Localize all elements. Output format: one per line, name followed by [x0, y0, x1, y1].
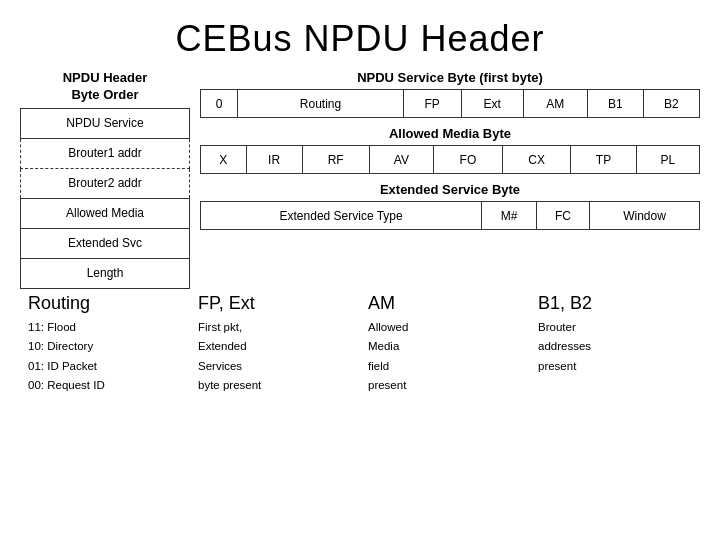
byte-order-row-0: NPDU Service — [21, 108, 190, 138]
npdu-cell-1: Routing — [238, 90, 404, 118]
legend-section: Routing 11: Flood 10: Directory 01: ID P… — [0, 289, 720, 396]
extended-service-section: Extended Service Byte Extended Service T… — [200, 182, 700, 230]
ext-cell-3: Window — [590, 202, 700, 230]
npdu-service-table: 0 Routing FP Ext AM B1 B2 — [200, 89, 700, 118]
media-cell-0: X — [201, 146, 247, 174]
media-cell-1: IR — [246, 146, 302, 174]
allowed-media-title: Allowed Media Byte — [200, 126, 700, 141]
ext-cell-0: Extended Service Type — [201, 202, 482, 230]
npdu-cell-6: B2 — [643, 90, 699, 118]
byte-order-row-2: Brouter2 addr — [21, 168, 190, 198]
extended-service-title: Extended Service Byte — [200, 182, 700, 197]
legend-body-0: 11: Flood 10: Directory 01: ID Packet 00… — [28, 318, 182, 396]
byte-order-row-3: Allowed Media — [21, 198, 190, 228]
left-column: NPDU HeaderByte Order NPDU Service Brout… — [20, 70, 190, 289]
legend-title-1: FP, Ext — [198, 293, 352, 314]
legend-col-2: AM Allowed Media field present — [360, 293, 530, 396]
byte-order-row-1: Brouter1 addr — [21, 138, 190, 168]
byte-order-row-5: Length — [21, 258, 190, 288]
byte-order-row-4: Extended Svc — [21, 228, 190, 258]
media-cell-5: CX — [502, 146, 571, 174]
npdu-cell-5: B1 — [587, 90, 643, 118]
ext-cell-2: FC — [536, 202, 589, 230]
media-cell-2: RF — [302, 146, 369, 174]
right-column: NPDU Service Byte (first byte) 0 Routing… — [200, 70, 700, 289]
npdu-service-section: NPDU Service Byte (first byte) 0 Routing… — [200, 70, 700, 118]
npdu-cell-2: FP — [403, 90, 461, 118]
legend-col-1: FP, Ext First pkt, Extended Services byt… — [190, 293, 360, 396]
main-layout: NPDU HeaderByte Order NPDU Service Brout… — [0, 70, 720, 289]
legend-body-2: Allowed Media field present — [368, 318, 522, 396]
media-cell-3: AV — [369, 146, 434, 174]
byte-order-table: NPDU Service Brouter1 addr Brouter2 addr… — [20, 108, 190, 289]
byte-order-title: NPDU HeaderByte Order — [20, 70, 190, 104]
npdu-cell-4: AM — [523, 90, 587, 118]
npdu-service-title: NPDU Service Byte (first byte) — [200, 70, 700, 85]
allowed-media-section: Allowed Media Byte X IR RF AV FO CX TP P… — [200, 126, 700, 174]
allowed-media-table: X IR RF AV FO CX TP PL — [200, 145, 700, 174]
legend-col-3: B1, B2 Brouter addresses present — [530, 293, 700, 396]
legend-title-2: AM — [368, 293, 522, 314]
extended-service-table: Extended Service Type M# FC Window — [200, 201, 700, 230]
ext-cell-1: M# — [482, 202, 537, 230]
legend-col-0: Routing 11: Flood 10: Directory 01: ID P… — [20, 293, 190, 396]
npdu-cell-0: 0 — [201, 90, 238, 118]
legend-title-3: B1, B2 — [538, 293, 692, 314]
npdu-cell-3: Ext — [461, 90, 523, 118]
legend-body-3: Brouter addresses present — [538, 318, 692, 377]
page-title: CEBus NPDU Header — [0, 0, 720, 70]
media-cell-7: PL — [636, 146, 699, 174]
media-cell-4: FO — [434, 146, 503, 174]
legend-title-0: Routing — [28, 293, 182, 314]
legend-body-1: First pkt, Extended Services byte presen… — [198, 318, 352, 396]
media-cell-6: TP — [571, 146, 636, 174]
